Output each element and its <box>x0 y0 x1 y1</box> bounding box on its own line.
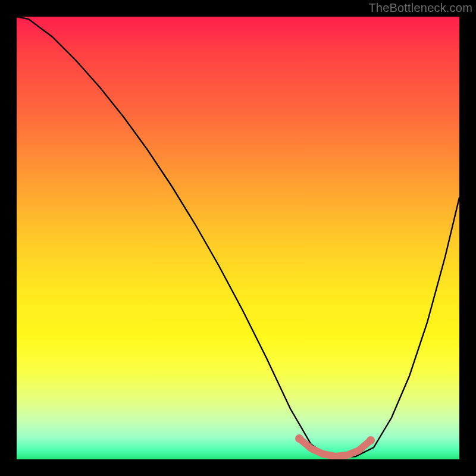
chart-frame: TheBottleneck.com <box>0 0 476 476</box>
highlight-dot-left <box>295 434 303 443</box>
curve-layer <box>17 17 459 459</box>
highlight-dot-right <box>367 436 375 444</box>
bottleneck-curve-path <box>17 17 459 458</box>
plot-area <box>17 17 459 459</box>
watermark-text: TheBottleneck.com <box>368 1 472 15</box>
